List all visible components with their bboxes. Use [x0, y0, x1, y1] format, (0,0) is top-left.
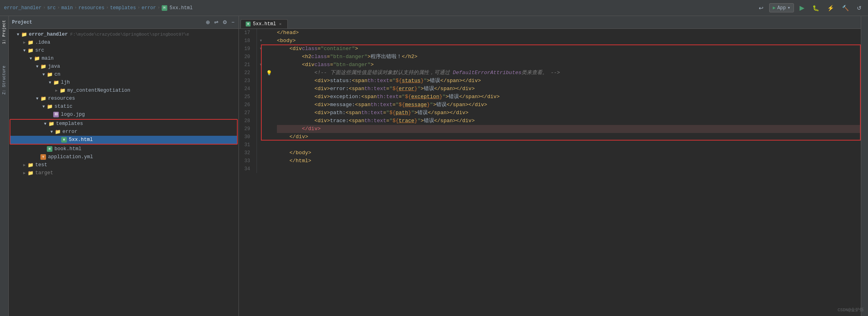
gutter-34: [265, 165, 273, 173]
tree-item-target[interactable]: ▶ 📁 target: [9, 169, 239, 177]
tree-item-test[interactable]: ▶ 📁 test: [9, 161, 239, 169]
navigate-back-btn[interactable]: ↩: [756, 3, 766, 13]
breadcrumb-resources[interactable]: resources: [78, 5, 104, 11]
tree-item-src[interactable]: ▼ 📁 src: [9, 46, 239, 54]
bulb-icon[interactable]: 💡: [266, 70, 272, 76]
fold-33: [257, 157, 265, 165]
panel-header-icons: ⊕ ⇌ ⚙ −: [205, 18, 235, 26]
tree-item-logo-jpg[interactable]: 🖼 logo.jpg: [9, 111, 239, 119]
tree-label-templates: templates: [56, 121, 83, 127]
code-line-26: <div>message: <span th:text="${message}"…: [277, 101, 861, 109]
line-num-19: 19: [239, 45, 253, 53]
tree-arrow: ▼: [22, 48, 27, 53]
tab-close-btn[interactable]: ✕: [279, 21, 283, 27]
debug-btn[interactable]: 🐛: [810, 3, 822, 13]
tree-arrow: ▼: [28, 56, 34, 61]
code-line-20: <h2 class="btn-danger">程序出错啦！</h2>: [277, 53, 861, 61]
code-line-34: [277, 165, 861, 173]
gutter-24: [265, 85, 273, 93]
tree-item-error-folder[interactable]: ▼ 📁 error: [10, 128, 237, 136]
tree-label-main: main: [42, 56, 54, 61]
run-configuration-dropdown[interactable]: ▶ App ▾: [769, 3, 794, 12]
gutter-18: [265, 37, 273, 45]
tree-label-ljh: ljh: [61, 80, 70, 85]
tree-item-templates[interactable]: ▼ 📁 templates: [10, 120, 237, 128]
breadcrumb: error_handler › src › main › resources ›…: [4, 5, 756, 11]
tree-item-content-negotiation[interactable]: ▶ 📁 my_contentNegotiation: [9, 87, 239, 95]
editor-tab-5xx[interactable]: H 5xx.html ✕: [241, 19, 288, 28]
panel-collapse-btn[interactable]: ⊕: [205, 18, 211, 26]
tree-label-logo-jpg: logo.jpg: [61, 112, 85, 117]
gutter-22[interactable]: 💡: [265, 69, 273, 77]
folder-icon: 📁: [46, 103, 53, 110]
panel-settings-btn[interactable]: ⚙: [222, 18, 228, 26]
side-tabs: 1: Project Z: Structure: [0, 16, 9, 316]
code-line-23: <div>status: <span th:text="${status}">错…: [277, 77, 861, 85]
panel-sync-btn[interactable]: ⇌: [213, 18, 219, 26]
gutter-27: [265, 109, 273, 117]
tree-arrow: ▼: [49, 130, 54, 134]
watermark: CSDN@金炉烁: [838, 307, 864, 313]
tree-item-java[interactable]: ▼ 📁 java: [9, 62, 239, 70]
tree-arrow: ▼: [41, 72, 46, 77]
line-num-32: 32: [239, 149, 253, 157]
tree-item-idea[interactable]: ▶ 📁 .idea: [9, 38, 239, 46]
code-line-17: </head>: [277, 29, 861, 37]
fold-29: [257, 125, 265, 133]
tree-item-5xx-html[interactable]: H 5xx.html: [10, 136, 237, 144]
tab-file-icon: H: [246, 22, 251, 26]
project-tab[interactable]: 1: Project: [1, 18, 7, 46]
fold-27: [257, 109, 265, 117]
breadcrumb-filename: 5xx.html: [170, 5, 193, 11]
tree-arrow: ▶: [22, 163, 27, 167]
tree-item-resources[interactable]: ▼ 📁 resources: [9, 95, 239, 103]
refresh-btn[interactable]: ↺: [854, 3, 864, 13]
folder-icon: 📁: [27, 39, 34, 46]
profile-btn[interactable]: ⚡: [825, 3, 836, 13]
tree-item-static[interactable]: ▼ 📁 static: [9, 103, 239, 111]
fold-19[interactable]: ▼: [257, 45, 265, 53]
run-btn[interactable]: ▶: [797, 2, 807, 13]
breadcrumb-src[interactable]: src: [47, 5, 56, 11]
tree-label-5xx-html: 5xx.html: [69, 137, 93, 143]
fold-21[interactable]: ▼: [257, 61, 265, 69]
breadcrumb-main[interactable]: main: [61, 5, 73, 11]
code-editor[interactable]: 17 18 19 20 21 22 23 24 25 26 27 28: [239, 29, 861, 316]
yaml-file-icon: Y: [40, 154, 46, 160]
tree-item-book-html[interactable]: H book.html: [9, 145, 239, 153]
fold-18[interactable]: ▼: [257, 37, 265, 45]
breadcrumb-templates[interactable]: templates: [110, 5, 136, 11]
tree-label-static: static: [54, 104, 72, 109]
tree-arrow: ▼: [34, 64, 40, 69]
folder-icon: 📁: [53, 79, 59, 86]
code-line-31: [277, 141, 861, 149]
tree-item-ljh[interactable]: ▼ 📁 ljh: [9, 78, 239, 87]
gutter-23: [265, 77, 273, 85]
folder-icon: 📁: [27, 47, 34, 54]
line-num-23: 23: [239, 77, 253, 85]
folder-icon: 📁: [59, 87, 66, 94]
code-line-28: <div>trace: <span th:text="${trace}">错误<…: [277, 117, 861, 125]
gutter-25: [265, 93, 273, 101]
folder-src-icon: 📁: [40, 63, 46, 70]
gutter-33: [265, 157, 273, 165]
gutter-32: [265, 149, 273, 157]
line-num-30: 30: [239, 133, 253, 141]
line-num-27: 27: [239, 109, 253, 117]
line-num-21: 21: [239, 61, 253, 69]
structure-tab[interactable]: Z: Structure: [1, 63, 7, 97]
fold-gutter: ▼ ▼ ▼: [257, 29, 265, 316]
breadcrumb-error[interactable]: error: [142, 5, 156, 11]
tree-item-error-handler[interactable]: ▼ 📁 error_handler F:\myCode\crazyCode\Sp…: [9, 30, 239, 38]
panel-minimize-btn[interactable]: −: [231, 18, 235, 26]
tab-label: 5xx.html: [253, 21, 276, 27]
build-btn[interactable]: 🔨: [840, 3, 851, 13]
tree-label-content-negotiation: my_contentNegotiation: [67, 88, 130, 93]
jpg-file-icon: 🖼: [53, 111, 59, 118]
tree-item-main[interactable]: ▼ 📁 main: [9, 54, 239, 62]
tree-item-cn[interactable]: ▼ 📁 cn: [9, 70, 239, 78]
breadcrumb-error-handler[interactable]: error_handler: [4, 5, 42, 11]
gutter-29: [265, 125, 273, 133]
tree-item-application-yml[interactable]: Y application.yml: [9, 153, 239, 161]
code-content[interactable]: </head> <body> <div class="container"> <…: [273, 29, 861, 316]
